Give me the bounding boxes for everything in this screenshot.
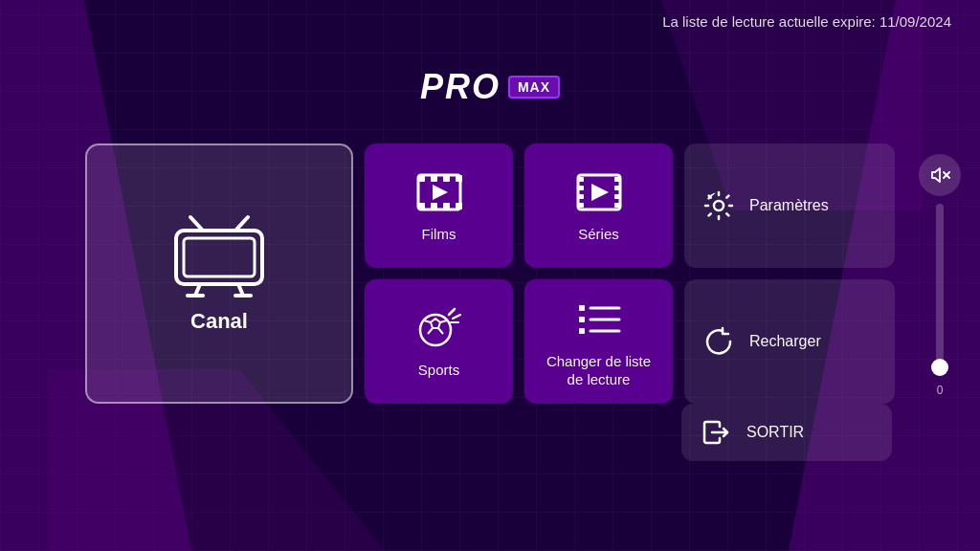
svg-rect-14: [431, 203, 437, 209]
list-icon: [577, 301, 621, 338]
canal-label: Canal: [190, 309, 248, 334]
svg-rect-21: [578, 194, 584, 199]
logo-max-badge: MAX: [508, 76, 560, 99]
svg-rect-15: [443, 203, 450, 209]
logo-area: PRO MAX: [0, 67, 980, 107]
svg-line-3: [235, 217, 248, 231]
volume-panel: 0: [919, 154, 961, 397]
svg-rect-20: [578, 186, 584, 190]
exit-icon: [701, 417, 731, 448]
svg-line-36: [453, 315, 460, 319]
films-icon-container: [414, 167, 464, 217]
films-label: Films: [422, 225, 457, 244]
svg-rect-11: [443, 175, 450, 182]
svg-line-34: [424, 320, 431, 322]
svg-rect-25: [614, 194, 620, 199]
parametres-label: Paramètres: [749, 197, 829, 214]
svg-rect-19: [578, 177, 584, 182]
changer-liste-button[interactable]: Changer de listede lecture: [524, 279, 673, 404]
series-icon-container: [574, 167, 624, 217]
svg-rect-10: [431, 175, 437, 182]
svg-rect-12: [456, 175, 462, 182]
recharger-label: Recharger: [749, 333, 821, 350]
mute-button[interactable]: [919, 154, 961, 196]
svg-marker-27: [591, 184, 609, 201]
sports-icon-container: [414, 303, 464, 353]
series-button[interactable]: Séries: [524, 143, 673, 268]
canal-button[interactable]: Canal: [85, 143, 353, 404]
svg-rect-9: [418, 175, 425, 182]
recharger-button[interactable]: Recharger: [684, 279, 895, 404]
header: La liste de lecture actuelle expire: 11/…: [0, 0, 980, 30]
svg-rect-26: [614, 203, 620, 208]
volume-level: 0: [937, 384, 944, 397]
sports-icon: [414, 305, 464, 351]
svg-rect-40: [579, 317, 585, 322]
svg-point-28: [714, 201, 724, 210]
svg-marker-17: [433, 185, 448, 200]
series-icon: [574, 171, 624, 213]
svg-rect-24: [614, 186, 620, 190]
sortir-button[interactable]: SORTIR: [681, 404, 892, 461]
svg-line-32: [438, 328, 443, 334]
films-icon: [414, 171, 464, 213]
mute-icon: [929, 165, 950, 186]
svg-rect-38: [579, 305, 585, 311]
series-label: Séries: [578, 225, 619, 244]
changer-liste-icon-container: [574, 295, 624, 344]
sports-button[interactable]: Sports: [365, 279, 513, 404]
svg-line-35: [449, 309, 455, 315]
sortir-row: SORTIR: [681, 404, 892, 461]
svg-rect-23: [614, 177, 620, 182]
logo-pro: PRO: [420, 67, 501, 107]
volume-track[interactable]: [936, 204, 944, 376]
svg-line-2: [190, 217, 203, 231]
svg-line-31: [440, 320, 447, 322]
svg-rect-22: [578, 203, 584, 208]
gear-icon: [703, 190, 734, 221]
films-button[interactable]: Films: [365, 143, 513, 268]
svg-rect-1: [184, 238, 255, 276]
svg-line-33: [428, 328, 433, 334]
expiry-text: La liste de lecture actuelle expire: 11/…: [662, 13, 951, 30]
refresh-icon: [703, 326, 734, 357]
svg-rect-42: [579, 328, 585, 334]
parametres-button[interactable]: Paramètres: [684, 143, 895, 268]
main-grid: Canal Films: [85, 143, 895, 404]
svg-marker-30: [431, 319, 440, 328]
svg-rect-13: [418, 203, 425, 209]
changer-liste-label: Changer de listede lecture: [546, 352, 651, 389]
tv-icon: [167, 213, 272, 299]
svg-rect-16: [456, 203, 462, 209]
sports-label: Sports: [418, 361, 459, 380]
sortir-label: SORTIR: [746, 424, 804, 441]
volume-thumb[interactable]: [931, 359, 948, 376]
